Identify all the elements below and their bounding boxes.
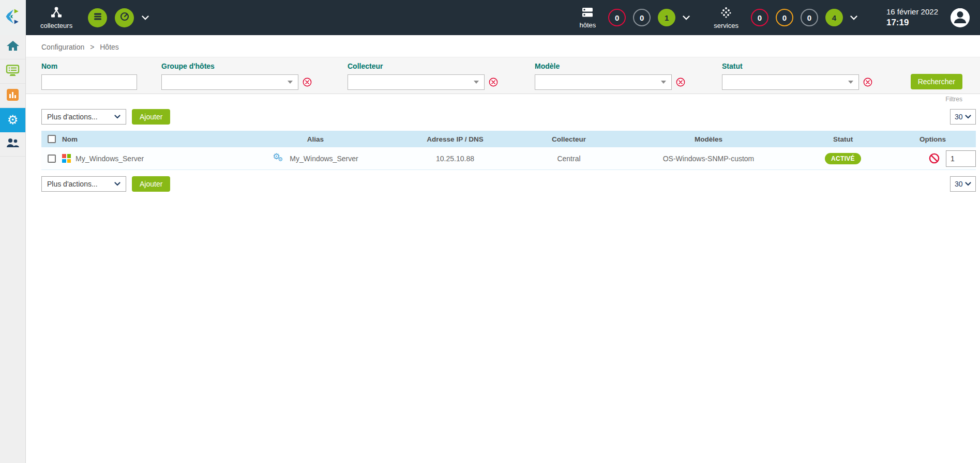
more-actions-select-bottom[interactable]: Plus d'actions... (41, 176, 126, 192)
services-warning-value: 0 (782, 13, 787, 22)
filter-field-collecteur: Collecteur (348, 62, 498, 90)
page-size-value: 30 (955, 113, 963, 121)
pollers-list-button[interactable] (88, 8, 107, 27)
column-header-nom[interactable]: Nom (62, 135, 78, 143)
status-filter-clear-button[interactable] (863, 78, 872, 87)
column-header-collecteur[interactable]: Collecteur (517, 135, 621, 143)
add-button[interactable]: Ajouter (132, 109, 170, 125)
hosts-up-counter[interactable]: 1 (658, 9, 675, 26)
column-header-alias[interactable]: Alias (307, 135, 324, 143)
page-size-select[interactable]: 30 (950, 109, 976, 125)
sidebar-item-home[interactable] (0, 35, 25, 59)
page-size-value: 30 (955, 180, 963, 188)
services-label: services (714, 22, 738, 29)
template-filter-select[interactable] (535, 74, 672, 90)
ban-icon (929, 153, 940, 164)
hosts-unreachable-value: 0 (640, 13, 644, 22)
services-menu[interactable]: services (714, 6, 738, 29)
sidebar-item-reporting[interactable] (0, 84, 25, 108)
more-filters-link[interactable]: Filtres (26, 94, 980, 103)
gears-icon: ⚙⚙ (273, 152, 285, 165)
status-badge: ACTIVÉ (825, 153, 861, 164)
template-filter-clear-button[interactable] (676, 78, 685, 87)
column-header-statut[interactable]: Statut (833, 135, 853, 143)
host-alias: My_Windows_Server (290, 155, 358, 163)
gear-icon: ⚙ (7, 114, 19, 126)
services-status-group: services 0 0 0 4 (714, 6, 862, 29)
chevron-down-icon (288, 81, 293, 84)
breadcrumb: Configuration > Hôtes (26, 35, 980, 57)
monitor-icon (6, 64, 20, 79)
services-chevron-down-icon[interactable] (850, 16, 857, 20)
user-menu[interactable] (951, 8, 970, 27)
sidebar: ⚙ (0, 35, 26, 463)
filter-label-nom: Nom (41, 62, 137, 70)
select-all-checkbox[interactable] (48, 135, 56, 143)
more-actions-label: Plus d'actions... (47, 180, 98, 188)
services-ok-counter[interactable]: 4 (825, 9, 843, 26)
column-header-options[interactable]: Options (889, 135, 976, 143)
status-filter-select[interactable] (722, 74, 859, 90)
host-ip-dns: 10.25.10.88 (393, 155, 517, 163)
table-header-row: Nom Alias Adresse IP / DNS Collecteur Mo… (41, 131, 976, 147)
hosts-status-group: hôtes 0 0 1 (579, 7, 694, 29)
logo-box[interactable] (0, 0, 26, 35)
services-warning-counter[interactable]: 0 (776, 9, 793, 26)
host-collector: Central (517, 155, 621, 163)
hosts-chevron-down-icon[interactable] (683, 16, 690, 20)
clear-circle-icon (863, 78, 872, 87)
chevron-down-icon (474, 81, 479, 84)
hosts-down-counter[interactable]: 0 (608, 9, 626, 26)
page-size-select-bottom[interactable]: 30 (950, 176, 976, 192)
chevron-down-icon (848, 81, 853, 84)
filter-label-statut: Statut (722, 62, 872, 70)
host-templates: OS-Windows-SNMP-custom (621, 155, 796, 163)
sidebar-item-monitoring[interactable] (0, 59, 25, 84)
breadcrumb-item-hotes[interactable]: Hôtes (100, 43, 119, 51)
column-header-ip-dns[interactable]: Adresse IP / DNS (393, 135, 517, 143)
services-unknown-counter[interactable]: 0 (801, 9, 818, 26)
collector-filter-clear-button[interactable] (489, 78, 498, 87)
filter-panel: Nom Groupe d'hôtes Collecteur (26, 57, 980, 94)
top-bar: collecteurs (0, 0, 980, 35)
centreon-logo-icon (4, 7, 22, 28)
row-checkbox[interactable] (48, 155, 56, 163)
chevron-down-icon (965, 115, 971, 119)
host-order-input[interactable] (946, 150, 976, 167)
search-button[interactable]: Rechercher (911, 74, 962, 89)
host-name-link[interactable]: My_Windows_Server (76, 155, 144, 163)
windows-logo-icon (62, 154, 71, 163)
sidebar-item-administration[interactable] (0, 132, 25, 157)
collectors-menu[interactable]: collecteurs (40, 6, 72, 29)
clock-date: 16 février 2022 (886, 7, 938, 17)
disable-host-button[interactable] (929, 153, 940, 164)
services-dots-icon (720, 6, 732, 20)
gauge-button[interactable] (115, 8, 134, 27)
hosts-menu[interactable]: hôtes (579, 7, 596, 29)
clear-circle-icon (676, 78, 685, 87)
hosts-table: Nom Alias Adresse IP / DNS Collecteur Mo… (41, 131, 976, 170)
hosts-icon (581, 7, 594, 20)
hostgroup-filter-clear-button[interactable] (303, 78, 312, 87)
table-row: My_Windows_Server ⚙⚙ My_Windows_Server 1… (41, 147, 976, 170)
sidebar-item-configuration[interactable]: ⚙ (0, 108, 25, 132)
chevron-down-icon (965, 182, 971, 186)
more-actions-select[interactable]: Plus d'actions... (41, 109, 126, 125)
top-bar-content: collecteurs (26, 0, 980, 35)
services-critical-counter[interactable]: 0 (751, 9, 768, 26)
services-critical-value: 0 (758, 13, 762, 22)
filter-field-nom: Nom (41, 62, 137, 90)
bar-chart-icon (6, 88, 19, 103)
filter-field-modele: Modèle (535, 62, 685, 90)
services-ok-value: 4 (832, 13, 836, 22)
name-filter-input[interactable] (41, 74, 137, 90)
pollers-chevron-down-icon[interactable] (142, 16, 149, 20)
collector-filter-select[interactable] (348, 74, 485, 90)
add-button-bottom[interactable]: Ajouter (132, 176, 170, 192)
column-header-modeles[interactable]: Modèles (621, 135, 796, 143)
gauge-icon (119, 11, 130, 24)
hosts-unreachable-counter[interactable]: 0 (633, 9, 651, 26)
home-icon (6, 40, 20, 54)
breadcrumb-item-configuration[interactable]: Configuration (41, 43, 84, 51)
hostgroup-filter-select[interactable] (161, 74, 298, 90)
